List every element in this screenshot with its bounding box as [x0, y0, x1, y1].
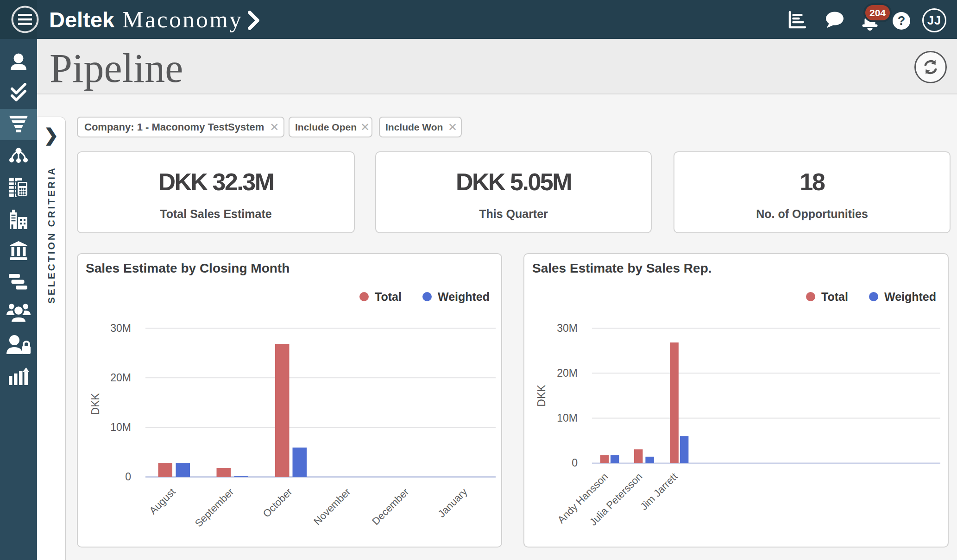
svg-text:0: 0	[572, 457, 578, 469]
svg-text:20M: 20M	[557, 367, 578, 379]
svg-text:October: October	[261, 486, 295, 520]
svg-text:Weighted: Weighted	[884, 290, 936, 303]
svg-text:November: November	[311, 486, 353, 527]
svg-text:Jim Jarrett: Jim Jarrett	[638, 471, 680, 512]
svg-text:10M: 10M	[110, 421, 131, 433]
svg-text:Sales Estimate by Closing Mont: Sales Estimate by Closing Month	[86, 261, 290, 275]
svg-text:30M: 30M	[557, 322, 578, 334]
svg-text:0: 0	[125, 471, 131, 483]
svg-text:DKK: DKK	[89, 393, 101, 415]
svg-text:10M: 10M	[557, 412, 578, 424]
svg-text:January: January	[436, 486, 470, 520]
svg-text:August: August	[147, 486, 177, 516]
svg-text:30M: 30M	[110, 322, 131, 334]
svg-text:Total: Total	[821, 290, 848, 303]
svg-text:Sales Estimate by Sales Rep.: Sales Estimate by Sales Rep.	[532, 261, 712, 275]
svg-text:Weighted: Weighted	[438, 290, 490, 303]
svg-text:December: December	[370, 486, 411, 527]
svg-text:Total: Total	[375, 290, 402, 303]
svg-text:September: September	[193, 486, 236, 529]
svg-text:DKK: DKK	[535, 385, 548, 407]
svg-text:20M: 20M	[110, 372, 131, 384]
